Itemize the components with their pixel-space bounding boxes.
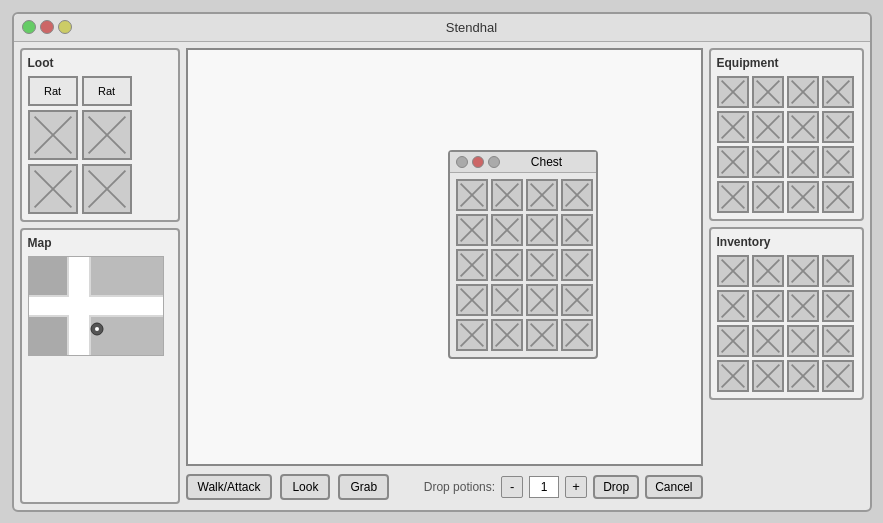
svg-rect-10 bbox=[29, 297, 164, 315]
inv-cell[interactable] bbox=[787, 255, 819, 287]
chest-cell[interactable] bbox=[491, 179, 523, 211]
loot-title: Loot bbox=[28, 56, 172, 70]
equip-cell[interactable] bbox=[787, 111, 819, 143]
bottom-bar: Walk/Attack Look Grab Drop potions: - + … bbox=[186, 466, 703, 504]
loot-panel: Loot Rat Rat bbox=[20, 48, 180, 222]
map-image bbox=[28, 256, 164, 356]
chest-btn-2[interactable] bbox=[472, 156, 484, 168]
equip-cell[interactable] bbox=[752, 111, 784, 143]
inv-cell[interactable] bbox=[717, 360, 749, 392]
inv-cell[interactable] bbox=[717, 325, 749, 357]
chest-cell[interactable] bbox=[456, 284, 488, 316]
chest-cell[interactable] bbox=[561, 284, 593, 316]
grab-button[interactable]: Grab bbox=[338, 474, 389, 500]
chest-cell[interactable] bbox=[526, 249, 558, 281]
main-window: Stendhal Loot Rat Rat bbox=[12, 12, 872, 512]
loot-cell-4[interactable] bbox=[82, 110, 132, 160]
chest-cell[interactable] bbox=[561, 319, 593, 351]
chest-cell[interactable] bbox=[526, 284, 558, 316]
chest-popup: Chest bbox=[448, 150, 598, 359]
minimize-button[interactable] bbox=[22, 20, 36, 34]
inv-cell[interactable] bbox=[717, 255, 749, 287]
equip-cell[interactable] bbox=[717, 76, 749, 108]
equip-cell[interactable] bbox=[752, 146, 784, 178]
equip-cell[interactable] bbox=[822, 181, 854, 213]
inventory-title: Inventory bbox=[717, 235, 856, 249]
equip-cell[interactable] bbox=[787, 181, 819, 213]
chest-cell[interactable] bbox=[456, 179, 488, 211]
equip-cell[interactable] bbox=[822, 146, 854, 178]
svg-rect-14 bbox=[29, 317, 67, 356]
equip-cell[interactable] bbox=[717, 181, 749, 213]
title-bar: Stendhal bbox=[14, 14, 870, 42]
chest-cell[interactable] bbox=[456, 214, 488, 246]
inv-cell[interactable] bbox=[752, 360, 784, 392]
svg-rect-11 bbox=[29, 257, 67, 295]
center-area: Chest bbox=[186, 48, 703, 504]
inv-cell[interactable] bbox=[752, 325, 784, 357]
chest-cell[interactable] bbox=[561, 179, 593, 211]
quantity-input[interactable] bbox=[529, 476, 559, 498]
inventory-panel: Inventory bbox=[709, 227, 864, 400]
inv-cell[interactable] bbox=[822, 255, 854, 287]
chest-cell[interactable] bbox=[526, 214, 558, 246]
walk-attack-button[interactable]: Walk/Attack bbox=[186, 474, 273, 500]
drop-label: Drop potions: bbox=[424, 480, 495, 494]
equip-cell[interactable] bbox=[717, 111, 749, 143]
look-button[interactable]: Look bbox=[280, 474, 330, 500]
inventory-grid bbox=[717, 255, 856, 392]
chest-cell[interactable] bbox=[526, 179, 558, 211]
chest-btn-3[interactable] bbox=[488, 156, 500, 168]
chest-cell[interactable] bbox=[526, 319, 558, 351]
quantity-minus-button[interactable]: - bbox=[501, 476, 523, 498]
loot-item-rat-1[interactable]: Rat bbox=[28, 76, 78, 106]
equipment-title: Equipment bbox=[717, 56, 856, 70]
chest-cell[interactable] bbox=[561, 214, 593, 246]
chest-cell[interactable] bbox=[491, 284, 523, 316]
inv-cell[interactable] bbox=[822, 325, 854, 357]
equip-cell[interactable] bbox=[717, 146, 749, 178]
chest-grid bbox=[450, 173, 596, 357]
inv-cell[interactable] bbox=[787, 325, 819, 357]
equip-cell[interactable] bbox=[822, 111, 854, 143]
window-controls bbox=[22, 20, 72, 34]
loot-cell-5[interactable] bbox=[28, 164, 78, 214]
equip-cell[interactable] bbox=[787, 146, 819, 178]
inv-cell[interactable] bbox=[822, 360, 854, 392]
cancel-button[interactable]: Cancel bbox=[645, 475, 702, 499]
svg-rect-12 bbox=[91, 257, 164, 295]
equip-cell[interactable] bbox=[822, 76, 854, 108]
chest-cell[interactable] bbox=[561, 249, 593, 281]
right-panel: Equipment bbox=[709, 48, 864, 504]
inv-cell[interactable] bbox=[787, 290, 819, 322]
drop-button[interactable]: Drop bbox=[593, 475, 639, 499]
map-title: Map bbox=[28, 236, 172, 250]
maximize-button[interactable] bbox=[58, 20, 72, 34]
equip-cell[interactable] bbox=[752, 181, 784, 213]
chest-cell[interactable] bbox=[491, 214, 523, 246]
loot-item-label-1: Rat bbox=[44, 85, 61, 97]
game-viewport[interactable]: Chest bbox=[186, 48, 703, 466]
drop-controls: Drop potions: - + Drop Cancel bbox=[424, 475, 703, 499]
inv-cell[interactable] bbox=[752, 255, 784, 287]
inv-cell[interactable] bbox=[787, 360, 819, 392]
window-title: Stendhal bbox=[82, 20, 862, 35]
inv-cell[interactable] bbox=[717, 290, 749, 322]
loot-cell-6[interactable] bbox=[82, 164, 132, 214]
inv-cell[interactable] bbox=[752, 290, 784, 322]
chest-titlebar: Chest bbox=[450, 152, 596, 173]
equip-cell[interactable] bbox=[752, 76, 784, 108]
loot-item-label-2: Rat bbox=[98, 85, 115, 97]
chest-cell[interactable] bbox=[456, 319, 488, 351]
chest-cell[interactable] bbox=[456, 249, 488, 281]
close-button[interactable] bbox=[40, 20, 54, 34]
loot-cell-3[interactable] bbox=[28, 110, 78, 160]
left-panel: Loot Rat Rat bbox=[20, 48, 180, 504]
inv-cell[interactable] bbox=[822, 290, 854, 322]
chest-btn-1[interactable] bbox=[456, 156, 468, 168]
chest-cell[interactable] bbox=[491, 319, 523, 351]
chest-cell[interactable] bbox=[491, 249, 523, 281]
equip-cell[interactable] bbox=[787, 76, 819, 108]
quantity-plus-button[interactable]: + bbox=[565, 476, 587, 498]
loot-item-rat-2[interactable]: Rat bbox=[82, 76, 132, 106]
